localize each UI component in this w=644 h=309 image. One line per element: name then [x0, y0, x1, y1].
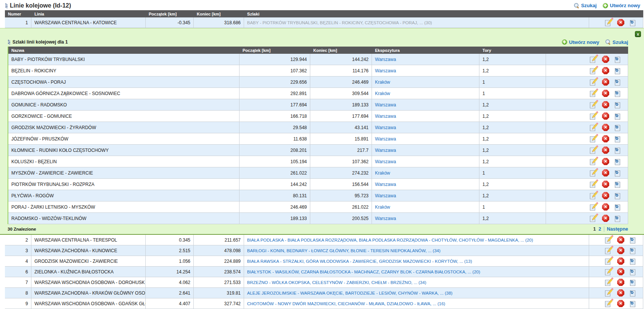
view-button[interactable] [630, 19, 637, 26]
delete-button[interactable] [602, 181, 609, 188]
edit-button[interactable] [590, 215, 597, 222]
view-button[interactable] [614, 192, 622, 199]
ekspozytura-link[interactable]: Kraków [375, 204, 390, 210]
ekspozytura-link[interactable]: Warszawa [375, 102, 396, 108]
edit-button[interactable] [590, 181, 597, 188]
delete-button[interactable] [602, 192, 609, 199]
szlaki-summary-link[interactable]: ALEJE JEROZOLIMSKIE - WARSZAWA OKĘCIE, B… [247, 291, 453, 295]
ekspozytura-link[interactable]: Warszawa [375, 114, 396, 119]
close-subpanel-button[interactable]: x [635, 31, 641, 37]
ekspozytura-link[interactable]: Warszawa [375, 216, 396, 221]
ekspozytura-link[interactable]: Warszawa [375, 68, 396, 73]
szlak-row: PIOTRKÓW TRYBUNALSKI - ROZPRZA 144.242 1… [8, 179, 628, 190]
delete-button[interactable] [602, 203, 609, 211]
view-button[interactable] [630, 300, 637, 307]
edit-button[interactable] [590, 192, 597, 199]
delete-button[interactable] [617, 268, 624, 275]
edit-button[interactable] [605, 258, 612, 265]
view-button[interactable] [614, 78, 622, 86]
ekspozytura-link[interactable]: Kraków [375, 170, 390, 176]
view-button[interactable] [614, 169, 622, 176]
edit-button[interactable] [590, 158, 597, 165]
view-button[interactable] [614, 203, 622, 211]
szlaki-summary-link[interactable]: BIAŁA PODLASKA - BIAŁA PODLASKA ROZRZĄDO… [247, 238, 533, 242]
edit-button[interactable] [590, 203, 597, 211]
delete-button[interactable] [617, 236, 624, 243]
ekspozytura-link[interactable]: Warszawa [375, 182, 396, 187]
ekspozytura-link[interactable]: Warszawa [375, 125, 396, 130]
view-button[interactable] [614, 67, 622, 74]
edit-button[interactable] [590, 90, 597, 97]
delete-button[interactable] [602, 215, 609, 222]
delete-button[interactable] [602, 101, 609, 108]
edit-button[interactable] [590, 135, 597, 142]
edit-button[interactable] [590, 147, 597, 154]
ekspozytura-link[interactable]: Kraków [375, 80, 390, 85]
view-button[interactable] [614, 101, 622, 108]
szlaki-summary-link[interactable]: CHOTOMÓW - NOWY DWÓR MAZOWIECKI, CIECHAN… [247, 301, 445, 306]
view-button[interactable] [614, 158, 622, 165]
ekspozytura-link[interactable]: Warszawa [375, 159, 396, 164]
view-button[interactable] [614, 181, 622, 188]
delete-button[interactable] [602, 158, 609, 165]
delete-button[interactable] [602, 169, 609, 176]
ekspozytura-link[interactable]: Warszawa [375, 136, 396, 142]
page-number-2-link[interactable]: 2 [599, 226, 601, 232]
delete-button[interactable] [602, 67, 609, 74]
view-button[interactable] [630, 236, 637, 243]
view-button[interactable] [614, 56, 622, 63]
edit-button[interactable] [605, 300, 612, 307]
view-button[interactable] [630, 268, 637, 275]
delete-button[interactable] [602, 78, 609, 86]
view-button[interactable] [630, 247, 637, 254]
szlaki-summary-link[interactable]: BIAŁA RAWSKA - STRZAŁKI, GÓRA WŁODOWSKA … [247, 259, 472, 264]
view-button[interactable] [614, 147, 622, 154]
subpanel-search-link[interactable]: Szukaj [605, 39, 628, 45]
next-page-link[interactable]: Następne [607, 226, 628, 232]
view-button[interactable] [614, 135, 622, 142]
delete-button[interactable] [617, 289, 624, 297]
ekspozytura-link[interactable]: Kraków [375, 91, 390, 96]
delete-button[interactable] [602, 147, 609, 154]
edit-button[interactable] [605, 247, 612, 254]
edit-button[interactable] [590, 56, 597, 63]
view-button[interactable] [614, 112, 622, 120]
ekspozytura-link[interactable]: Warszawa [375, 148, 396, 153]
view-button[interactable] [614, 215, 622, 222]
ekspozytura-link[interactable]: Warszawa [375, 193, 396, 198]
delete-button[interactable] [602, 112, 609, 120]
szlaki-summary-link[interactable]: BRZEŹNO - WÓLKA OKOPSKA, CELESTYNÓW - ZA… [247, 280, 426, 285]
szlaki-summary-link[interactable]: BARŁOGI - KONIN, BEDNARY - ŁOWICZ GŁÓWNY… [247, 248, 440, 253]
ekspozytura-link[interactable]: Warszawa [375, 57, 396, 62]
delete-button[interactable] [617, 300, 624, 307]
column-header-poczatek: Początek [km] [240, 47, 310, 54]
edit-button[interactable] [605, 279, 612, 286]
delete-button[interactable] [602, 135, 609, 142]
view-button[interactable] [630, 279, 637, 286]
view-button[interactable] [614, 90, 622, 97]
edit-button[interactable] [605, 19, 612, 26]
view-button[interactable] [630, 258, 637, 265]
delete-button[interactable] [617, 258, 624, 265]
delete-button[interactable] [617, 247, 624, 254]
subpanel-create-new-link[interactable]: Utwórz nowy [562, 39, 599, 45]
edit-button[interactable] [590, 169, 597, 176]
szlaki-summary-link[interactable]: BIAŁYSTOK - WASILKÓW, CZARNA BIAŁOSTOCKA… [247, 270, 480, 274]
edit-button[interactable] [605, 236, 612, 243]
view-button[interactable] [630, 289, 637, 297]
edit-button[interactable] [590, 78, 597, 86]
edit-button[interactable] [605, 289, 612, 297]
delete-button[interactable] [617, 19, 624, 26]
delete-button[interactable] [602, 124, 609, 131]
edit-button[interactable] [590, 124, 597, 131]
delete-button[interactable] [602, 56, 609, 63]
edit-button[interactable] [590, 101, 597, 108]
edit-button[interactable] [605, 268, 612, 275]
delete-button[interactable] [602, 90, 609, 97]
view-button[interactable] [614, 124, 622, 131]
delete-button[interactable] [617, 279, 624, 286]
edit-button[interactable] [590, 67, 597, 74]
create-new-link[interactable]: Utwórz nowy [603, 3, 640, 8]
search-link[interactable]: Szukaj [574, 3, 597, 8]
edit-button[interactable] [590, 112, 597, 120]
